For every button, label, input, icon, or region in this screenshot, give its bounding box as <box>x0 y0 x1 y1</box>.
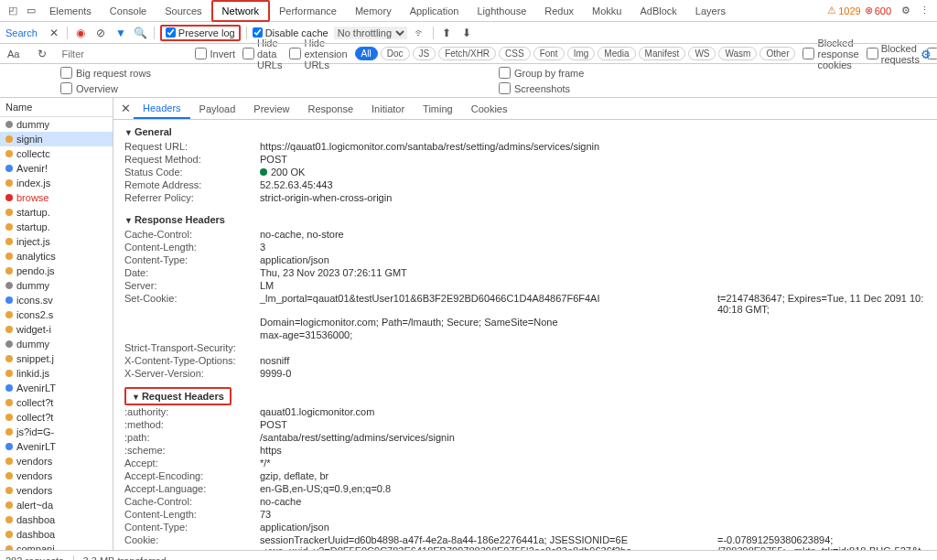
disable-cache-checkbox[interactable]: Disable cache <box>253 27 328 38</box>
request-row[interactable]: signin <box>0 132 113 146</box>
request-headers-section[interactable]: ▼Request Headers <box>124 387 232 405</box>
clear-icon[interactable]: ⊘ <box>93 26 108 40</box>
request-row[interactable]: alert~da <box>0 498 113 512</box>
response-headers-section[interactable]: ▼Response Headers <box>124 211 926 228</box>
blocked-requests-checkbox[interactable]: Blocked requests <box>867 43 920 65</box>
header-key: Content-Type: <box>124 254 260 265</box>
errors-count: 600 <box>875 5 891 16</box>
refresh-icon[interactable]: ↻ <box>38 48 47 60</box>
tab-performance[interactable]: Performance <box>270 2 346 20</box>
request-row[interactable]: pendo.js <box>0 264 113 278</box>
request-row[interactable]: dashboa <box>0 512 113 527</box>
pill-ws[interactable]: WS <box>688 47 716 60</box>
request-row[interactable]: AvenirLT <box>0 439 113 454</box>
pill-js[interactable]: JS <box>413 47 436 60</box>
dtab-cookies[interactable]: Cookies <box>462 100 517 118</box>
request-row[interactable]: startup. <box>0 220 113 234</box>
filter-input[interactable] <box>61 48 188 59</box>
panel-settings-icon[interactable]: ⚙ <box>921 48 932 61</box>
errors-badge[interactable]: ⊗ 600 <box>865 5 891 16</box>
close-search-icon[interactable]: ✕ <box>47 26 61 40</box>
request-row[interactable]: dummy <box>0 278 113 293</box>
request-row[interactable]: vendors <box>0 483 113 498</box>
header-key: Server: <box>124 280 260 291</box>
tab-application[interactable]: Application <box>401 2 468 20</box>
request-row[interactable]: AvenirLT <box>0 381 113 395</box>
request-row[interactable]: vendors <box>0 468 113 483</box>
request-row[interactable]: compani <box>0 542 113 550</box>
request-row[interactable]: browse <box>0 190 113 205</box>
dtab-timing[interactable]: Timing <box>414 100 462 118</box>
request-row[interactable]: collect?t <box>0 410 113 425</box>
tab-elements[interactable]: Elements <box>40 2 101 20</box>
pill-other[interactable]: Other <box>759 47 795 60</box>
pill-wasm[interactable]: Wasm <box>718 47 757 60</box>
request-row[interactable]: icons.sv <box>0 293 113 307</box>
download-icon[interactable]: ⬇ <box>459 26 474 40</box>
device-icon[interactable]: ▭ <box>22 2 40 20</box>
request-row[interactable]: snippet.j <box>0 351 113 366</box>
pill-manifest[interactable]: Manifest <box>639 47 686 60</box>
dtab-headers[interactable]: Headers <box>134 99 190 119</box>
request-row[interactable]: Avenir! <box>0 161 113 176</box>
request-row[interactable]: analytics <box>0 249 113 264</box>
general-section[interactable]: ▼General <box>124 124 926 140</box>
pill-img[interactable]: Img <box>567 47 596 60</box>
request-row[interactable]: js?id=G- <box>0 425 113 439</box>
request-row[interactable]: vendors <box>0 454 113 468</box>
request-row[interactable]: linkid.js <box>0 366 113 381</box>
tab-mokku[interactable]: Mokku <box>583 2 630 20</box>
tab-sources[interactable]: Sources <box>156 2 210 20</box>
request-row[interactable]: inject.js <box>0 234 113 249</box>
pill-css[interactable]: CSS <box>499 47 531 60</box>
dtab-payload[interactable]: Payload <box>190 100 245 118</box>
header-value: strict-origin-when-cross-origin <box>260 192 926 203</box>
tab-network[interactable]: Network <box>211 0 270 22</box>
search-icon[interactable]: 🔍 <box>134 26 148 40</box>
request-row[interactable]: dummy <box>0 337 113 351</box>
tab-adblock[interactable]: AdBlock <box>631 2 686 20</box>
pill-fetch-xhr[interactable]: Fetch/XHR <box>438 47 496 60</box>
pill-font[interactable]: Font <box>533 47 565 60</box>
request-row[interactable]: collect?t <box>0 395 113 410</box>
more-icon[interactable]: ⋮ <box>915 2 933 20</box>
search-toggle[interactable]: Search <box>5 27 41 38</box>
close-detail-icon[interactable]: ✕ <box>117 102 134 115</box>
tab-memory[interactable]: Memory <box>346 2 401 20</box>
wifi-icon[interactable]: ᯤ <box>413 26 427 40</box>
request-row[interactable]: dashboa <box>0 527 113 542</box>
status-dot <box>5 121 13 128</box>
request-row[interactable]: widget-i <box>0 322 113 337</box>
request-row[interactable]: startup. <box>0 205 113 220</box>
request-row[interactable]: collectc <box>0 146 113 161</box>
header-key: Status Code: <box>124 167 260 178</box>
sidebar-header[interactable]: Name <box>0 98 113 117</box>
settings-icon[interactable]: ⚙ <box>897 2 915 20</box>
big-rows-checkbox[interactable]: Big request rows <box>60 67 151 79</box>
filter-icon[interactable]: ▼ <box>113 26 128 40</box>
request-row[interactable]: icons2.s <box>0 307 113 322</box>
invert-checkbox[interactable]: Invert <box>195 48 235 59</box>
match-case[interactable]: Aa <box>4 48 23 59</box>
overview-checkbox[interactable]: Overview <box>60 82 151 94</box>
throttling-select[interactable]: No throttling <box>334 27 407 39</box>
pill-media[interactable]: Media <box>598 47 635 60</box>
screenshots-checkbox[interactable]: Screenshots <box>499 82 584 94</box>
dtab-preview[interactable]: Preview <box>244 100 298 118</box>
inspect-icon[interactable]: ◰ <box>4 2 22 20</box>
group-frame-checkbox[interactable]: Group by frame <box>499 67 584 79</box>
tab-console[interactable]: Console <box>101 2 156 20</box>
request-row[interactable]: dummy <box>0 117 113 132</box>
warnings-badge[interactable]: ⚠ 1029 <box>827 5 860 16</box>
tab-layers[interactable]: Layers <box>686 2 735 20</box>
tab-lighthouse[interactable]: Lighthouse <box>468 2 535 20</box>
record-icon[interactable]: ◉ <box>73 26 88 40</box>
pill-all[interactable]: All <box>355 47 378 60</box>
upload-icon[interactable]: ⬆ <box>439 26 454 40</box>
pill-doc[interactable]: Doc <box>381 47 410 60</box>
tab-redux[interactable]: Redux <box>535 2 583 20</box>
preserve-log-checkbox[interactable]: Preserve log <box>166 27 235 38</box>
dtab-response[interactable]: Response <box>298 100 362 118</box>
request-row[interactable]: index.js <box>0 176 113 190</box>
dtab-initiator[interactable]: Initiator <box>362 100 414 118</box>
